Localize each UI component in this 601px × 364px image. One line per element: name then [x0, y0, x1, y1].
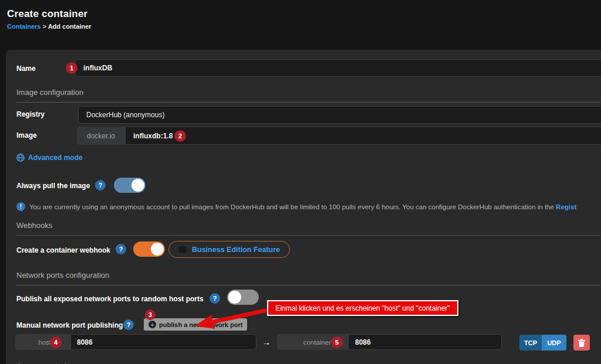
toggle-knob: [131, 179, 144, 192]
business-edition-label: Business Edition Feature: [192, 246, 280, 254]
tcp-button[interactable]: TCP: [519, 335, 542, 351]
always-pull-label: Always pull the image: [16, 182, 90, 190]
host-port-addon: host: [15, 334, 70, 350]
breadcrumb-containers-link[interactable]: Containers: [7, 23, 40, 30]
toggle-knob: [228, 291, 241, 304]
pull-limit-note: ! You are currently using an anonymous a…: [16, 202, 601, 211]
business-edition-pill[interactable]: Business Edition Feature: [168, 241, 290, 258]
name-input[interactable]: [75, 59, 601, 77]
publish-port-button-label: publish a new network port: [159, 321, 242, 328]
breadcrumb: Containers > Add container: [7, 23, 92, 30]
delete-port-button[interactable]: [573, 335, 590, 351]
registries-link[interactable]: Regist: [556, 203, 576, 210]
image-input[interactable]: [125, 127, 601, 145]
always-pull-toggle[interactable]: [114, 178, 146, 193]
advanced-mode-label: Advanced mode: [28, 154, 83, 162]
question-icon[interactable]: ?: [123, 319, 134, 330]
annotation-badge-4: 4: [50, 336, 62, 348]
image-configuration-header: Image configuration: [16, 88, 601, 103]
host-port-input[interactable]: [70, 334, 256, 350]
webhook-toggle[interactable]: [133, 241, 165, 257]
annotation-badge-1: 1: [66, 62, 77, 74]
pull-limit-text: You are currently using an anonymous acc…: [29, 203, 576, 210]
annotation-badge-3: 3: [145, 309, 156, 320]
info-icon: !: [16, 202, 25, 211]
page-title: Create container: [7, 8, 87, 20]
create-container-page: Create container Containers > Add contai…: [0, 0, 601, 364]
question-icon[interactable]: ?: [210, 293, 220, 304]
registry-select[interactable]: [78, 106, 601, 124]
image-label: Image: [16, 131, 37, 140]
network-ports-header: Network ports configuration: [16, 271, 601, 285]
next-section-partial: Access control: [16, 362, 66, 364]
image-registry-prefix: docker.io: [77, 127, 125, 145]
annotation-badge-2: 2: [174, 130, 186, 142]
globe-icon: [16, 154, 25, 162]
annotation-badge-5: 5: [331, 336, 343, 348]
container-port-input[interactable]: [348, 334, 502, 350]
advanced-mode-link[interactable]: Advanced mode: [16, 154, 83, 162]
question-icon[interactable]: ?: [95, 180, 106, 190]
question-icon[interactable]: ?: [116, 244, 126, 254]
plus-circle-icon: +: [148, 321, 156, 328]
annotation-callout: Einmal klicken und es erscheinen "host" …: [267, 300, 458, 316]
registry-label: Registry: [16, 110, 45, 118]
breadcrumb-current: Add container: [48, 23, 92, 30]
briefcase-icon: [178, 246, 187, 253]
toggle-knob: [151, 243, 164, 256]
publish-all-label: Publish all exposed network ports to ran…: [16, 295, 204, 303]
udp-button[interactable]: UDP: [542, 335, 566, 351]
webhook-label: Create a container webhook: [16, 246, 110, 254]
webhooks-header: Webhooks: [16, 221, 601, 236]
breadcrumb-separator: >: [43, 23, 46, 30]
manual-publish-label: Manual network port publishing: [16, 321, 123, 329]
trash-icon: [578, 339, 585, 347]
port-mapping-arrow-icon: →: [259, 334, 274, 350]
name-label: Name: [16, 64, 36, 73]
publish-all-toggle[interactable]: [227, 290, 259, 305]
publish-port-button[interactable]: + publish a new network port: [144, 318, 247, 331]
